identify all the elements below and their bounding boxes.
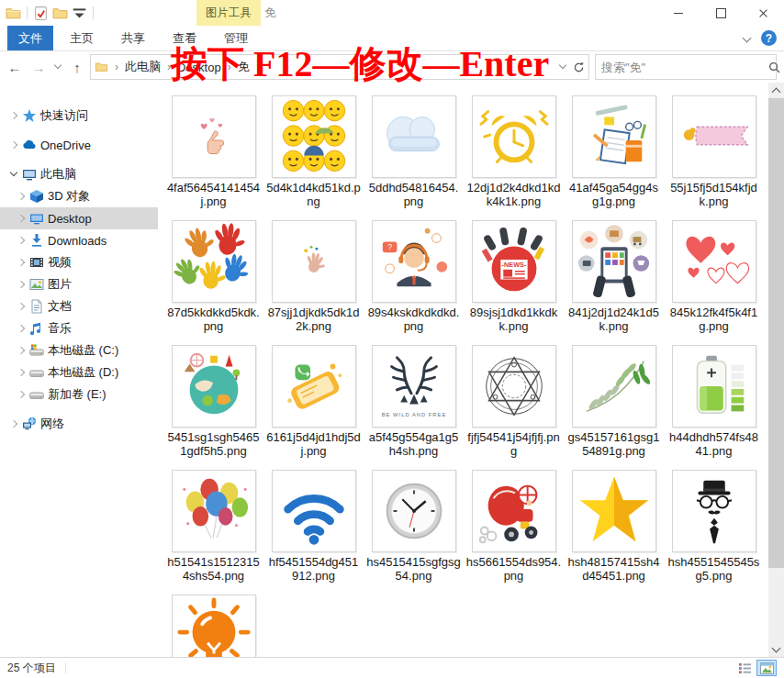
folder-icon[interactable] (6, 6, 21, 21)
sidebar-item-disk-d[interactable]: 本地磁盘 (D:) (0, 361, 158, 383)
file-tile[interactable]: 4faf56454141454j.png (163, 95, 263, 220)
new-folder-icon[interactable] (52, 6, 68, 21)
chevron-right-icon[interactable] (15, 365, 29, 380)
search-icon[interactable] (768, 61, 784, 73)
hearts-thumbnail[interactable] (672, 220, 756, 303)
travel-globe-thumbnail[interactable] (172, 345, 256, 428)
sidebar-item-network[interactable]: 网络 (0, 413, 158, 435)
news-mics-thumbnail[interactable]: -NEWS- (472, 220, 556, 303)
help-icon[interactable] (761, 30, 777, 46)
breadcrumb-desktop[interactable]: Desktop (177, 61, 221, 74)
hexagram-thumbnail[interactable] (472, 345, 556, 428)
file-tile[interactable]: h51541s15123154shs54.png (163, 470, 263, 595)
customize-toolbar-icon[interactable] (72, 6, 87, 21)
sidebar-item-music[interactable]: 音乐 (0, 317, 158, 339)
antlers-thumbnail[interactable]: BE WILD AND FREE (372, 345, 456, 428)
sidebar-item-documents[interactable]: 文档 (0, 295, 158, 317)
tab-home[interactable]: 主页 (59, 26, 105, 50)
sidebar-item-disk-e[interactable]: 新加卷 (E:) (0, 383, 158, 406)
refresh-icon[interactable] (573, 61, 585, 73)
chevron-right-icon[interactable] (7, 138, 22, 152)
tab-share[interactable]: 共享 (110, 26, 156, 50)
sidebar-item-onedrive[interactable]: OneDrive (0, 134, 158, 156)
balloons-thumbnail[interactable] (172, 470, 256, 552)
sidebar-item-disk-c[interactable]: 本地磁盘 (C:) (0, 339, 158, 361)
file-tile[interactable]: hs4515415sgfgsg54.png (364, 470, 464, 595)
details-view-button[interactable] (734, 660, 755, 676)
search-input[interactable] (596, 61, 768, 74)
support-agent-thumbnail[interactable]: ? (372, 220, 456, 303)
file-tile[interactable]: 845k12fk4f5k4f1g.png (664, 220, 764, 345)
emoji-grid-thumbnail[interactable] (272, 95, 356, 178)
file-tile[interactable]: -NEWS-89sjsj1dkd1kkdkk.png (464, 220, 564, 345)
file-tile[interactable]: 41af45ga54gg4sg1g.png (564, 95, 664, 220)
contextual-tab-group[interactable]: 图片工具 (196, 0, 261, 26)
chevron-right-icon[interactable] (15, 299, 29, 314)
close-button[interactable] (742, 0, 784, 26)
up-icon[interactable]: ↑ (66, 60, 88, 75)
file-tile[interactable]: 5ddhd54816454.png (364, 95, 464, 220)
file-tile[interactable]: h44dhdh574fs4841.png (664, 345, 764, 470)
forward-icon[interactable]: → (28, 60, 50, 75)
address-bar[interactable]: › 此电脑 › Desktop › 免 (90, 54, 589, 80)
breadcrumb-current-folder[interactable]: 免 (238, 59, 250, 75)
file-tile[interactable]: 87d5kkdkkd5kdk.png (163, 220, 263, 345)
tab-manage[interactable]: 管理 (213, 26, 259, 50)
properties-check-icon[interactable] (33, 6, 49, 21)
scrollbar-thumb[interactable] (768, 98, 784, 568)
chevron-right-icon[interactable] (15, 387, 29, 402)
chevron-right-icon[interactable] (7, 417, 22, 431)
file-tile[interactable]: 841j2dj1d24k1d5k.png (564, 220, 664, 345)
history-chevron-icon[interactable] (51, 62, 64, 72)
sidebar-item-this-pc[interactable]: 此电脑 (0, 163, 158, 185)
file-tile[interactable]: hsh4551545545sg5.png (664, 470, 764, 595)
handprints-thumbnail[interactable] (172, 220, 256, 303)
tab-view[interactable]: 查看 (162, 26, 207, 50)
banner-thumbnail[interactable] (672, 95, 756, 178)
chevron-right-icon[interactable] (15, 233, 29, 248)
file-tile[interactable]: 55j15fj5d154kfjdk.png (664, 95, 764, 220)
file-tile[interactable]: ?89s4kskdkdkdkd.png (364, 220, 464, 345)
minimize-button[interactable] (657, 0, 700, 26)
motorbike-thumbnail[interactable] (472, 470, 556, 552)
battery-thumbnail[interactable] (672, 345, 756, 428)
chevron-right-icon[interactable] (15, 321, 29, 336)
file-tile[interactable]: 87sjj1djkdk5dk1d2k.png (263, 220, 364, 345)
small-hand-thumbnail[interactable] (272, 220, 356, 303)
sidebar-item-videos[interactable]: 视频 (0, 251, 158, 273)
file-tile[interactable]: BE WILD AND FREEa5f45g554ga1g5h4sh.png (364, 345, 464, 470)
scroll-up-icon[interactable] (768, 83, 784, 98)
file-tile[interactable]: 5451sg1sgh54651gdf5h5.png (163, 345, 263, 470)
chevron-right-icon[interactable] (15, 277, 29, 292)
cloud-thumbnail[interactable] (372, 95, 456, 178)
file-tile[interactable]: hsh48157415sh4d45451.png (564, 470, 664, 595)
file-tile[interactable]: gs45157161gsg154891g.png (564, 345, 664, 470)
vertical-scrollbar[interactable] (768, 83, 784, 658)
wifi-thumbnail[interactable] (272, 470, 356, 552)
maximize-button[interactable] (700, 0, 742, 26)
gold-star-thumbnail[interactable] (572, 470, 656, 552)
sidebar-item-desktop[interactable]: Desktop (0, 207, 158, 229)
file-tile[interactable]: 12dj1d2k4dkd1kdk4k1k.png (464, 95, 564, 220)
file-tile[interactable]: hf5451554dg451912.png (263, 470, 364, 595)
file-tile[interactable]: fjfj54541j54jfjfj.png (464, 345, 564, 470)
alarm-clock-thumbnail[interactable] (472, 95, 556, 178)
thumbs-up-hearts-thumbnail[interactable] (172, 95, 256, 178)
chevron-down-icon[interactable] (7, 167, 22, 182)
thumbnails-view-button[interactable] (756, 660, 777, 676)
sidebar-item-downloads[interactable]: Downloads (0, 229, 158, 251)
sidebar-item-pictures[interactable]: 图片 (0, 273, 158, 295)
chevron-right-icon[interactable] (15, 255, 29, 270)
tab-file[interactable]: 文件 (7, 26, 53, 50)
file-tile[interactable]: 5d4k1d4kd51kd.png (263, 95, 364, 220)
sidebar-item-3d-objects[interactable]: 3D 对象 (0, 185, 158, 207)
file-tile[interactable]: 6161j5d4jd1hdj5dj.png (263, 345, 364, 470)
stationery-thumbnail[interactable] (572, 95, 656, 178)
chevron-right-icon[interactable] (15, 211, 29, 226)
scroll-down-icon[interactable] (768, 642, 784, 658)
chevron-right-icon[interactable] (15, 189, 29, 204)
file-tile[interactable]: hs5661554ds954.png (464, 470, 564, 595)
chevron-right-icon[interactable] (15, 343, 29, 358)
phone-iso-thumbnail[interactable] (272, 345, 356, 428)
breadcrumb-this-pc[interactable]: 此电脑 (125, 59, 161, 75)
